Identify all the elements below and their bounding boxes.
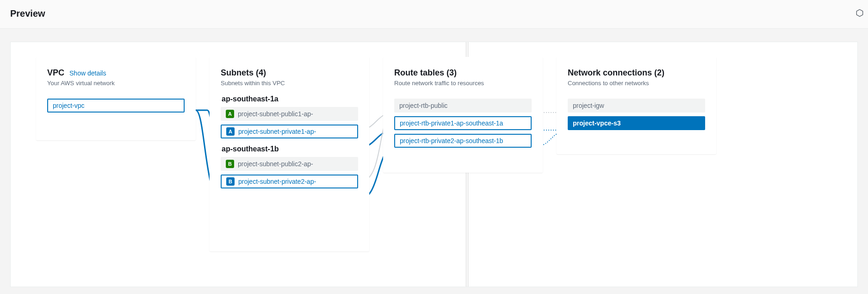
- subnet-node[interactable]: B project-subnet-private2-ap-: [221, 175, 358, 188]
- route-table-node[interactable]: project-rtb-public: [394, 99, 532, 113]
- route-tables-caption: Route network traffic to resources: [394, 80, 532, 87]
- route-tables-panel: Route tables (3) Route network traffic t…: [383, 57, 543, 173]
- svg-marker-0: [856, 10, 862, 17]
- network-connections-panel: Network connections (2) Connections to o…: [557, 57, 716, 154]
- vpc-node[interactable]: project-vpc: [47, 99, 185, 113]
- subnet-node[interactable]: A project-subnet-private1-ap-: [221, 125, 358, 138]
- page-title: Preview: [0, 0, 868, 29]
- route-table-node[interactable]: project-rtb-private2-ap-southeast-1b: [394, 134, 532, 148]
- show-details-link[interactable]: Show details: [69, 69, 106, 77]
- settings-outline-icon[interactable]: [855, 8, 864, 18]
- az-badge-icon: A: [226, 110, 234, 118]
- az-label: ap-southeast-1a: [222, 95, 358, 103]
- vpc-caption: Your AWS virtual network: [47, 80, 185, 87]
- subnets-panel: Subnets (4) Subnets within this VPC ap-s…: [210, 57, 369, 251]
- network-connections-heading: Network connections (2): [568, 68, 705, 78]
- subnet-node[interactable]: A project-subnet-public1-ap-: [221, 107, 358, 121]
- subnets-caption: Subnets within this VPC: [221, 80, 358, 87]
- az-badge-icon: B: [226, 177, 235, 186]
- vpc-heading: VPC Show details: [47, 68, 185, 78]
- resource-map-canvas: VPC Show details Your AWS virtual networ…: [10, 42, 858, 287]
- az-badge-icon: A: [226, 127, 235, 136]
- subnet-node[interactable]: B project-subnet-public2-ap-: [221, 157, 358, 171]
- subnets-heading: Subnets (4): [221, 68, 358, 78]
- network-connection-node[interactable]: project-vpce-s3: [568, 116, 705, 130]
- network-connections-caption: Connections to other networks: [568, 80, 705, 87]
- vpc-panel: VPC Show details Your AWS virtual networ…: [36, 57, 196, 140]
- network-connection-node[interactable]: project-igw: [568, 99, 705, 113]
- route-table-node[interactable]: project-rtb-private1-ap-southeast-1a: [394, 116, 532, 130]
- route-tables-heading: Route tables (3): [394, 68, 532, 78]
- az-badge-icon: B: [226, 160, 234, 168]
- az-label: ap-southeast-1b: [222, 145, 358, 153]
